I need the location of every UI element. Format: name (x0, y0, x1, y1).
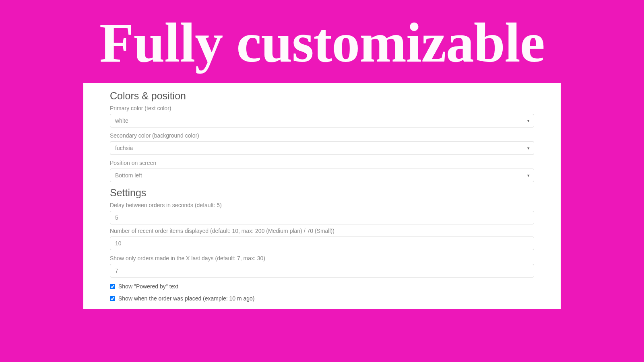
position-select[interactable]: Bottom left (110, 169, 534, 182)
show-powered-by-row: Show "Powered by" text (110, 283, 534, 290)
hero-title: Fully customizable (0, 0, 644, 83)
secondary-color-value: fuchsia (115, 145, 133, 151)
settings-panel: Colors & position Primary color (text co… (83, 83, 561, 309)
delay-input[interactable]: 5 (110, 211, 534, 224)
last-days-label: Show only orders made in the X last days… (110, 255, 534, 261)
show-when-placed-checkbox[interactable] (110, 296, 115, 301)
show-powered-by-checkbox[interactable] (110, 284, 115, 289)
show-when-placed-label: Show when the order was placed (example:… (118, 295, 255, 302)
delay-label: Delay between orders in seconds (default… (110, 202, 534, 208)
delay-value: 5 (115, 214, 118, 221)
primary-color-select[interactable]: white (110, 114, 534, 128)
order-items-value: 10 (115, 240, 122, 247)
primary-color-label: Primary color (text color) (110, 105, 534, 111)
position-label: Position on screen (110, 160, 534, 166)
settings-heading: Settings (110, 187, 534, 199)
secondary-color-select[interactable]: fuchsia (110, 141, 534, 155)
secondary-color-label: Secondary color (background color) (110, 132, 534, 139)
order-items-input[interactable]: 10 (110, 237, 534, 250)
order-items-label: Number of recent order items displayed (… (110, 228, 534, 234)
last-days-value: 7 (115, 267, 118, 274)
position-value: Bottom left (115, 172, 142, 179)
colors-position-heading: Colors & position (110, 90, 534, 102)
show-powered-by-label: Show "Powered by" text (118, 283, 178, 290)
last-days-input[interactable]: 7 (110, 264, 534, 278)
show-when-placed-row: Show when the order was placed (example:… (110, 295, 534, 302)
primary-color-value: white (115, 117, 128, 124)
